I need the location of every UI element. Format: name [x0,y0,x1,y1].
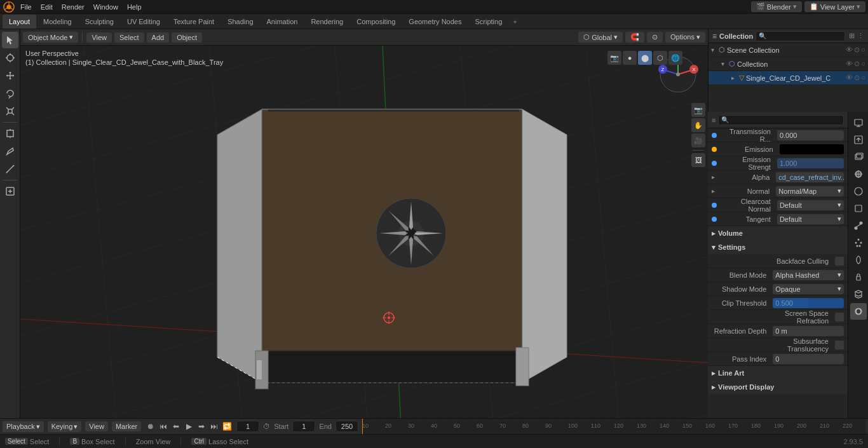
output-prop-btn[interactable] [850,132,867,148]
move-tool-btn[interactable] [2,67,18,84]
outliner-filter-btn[interactable]: ⊞ [849,32,855,40]
volume-section-header[interactable]: ▸ Volume [708,226,848,240]
snap-options[interactable]: 🧲 [625,32,644,43]
viewport-display-section-header[interactable]: ▸ Viewport Display [708,380,848,394]
viewport-rendered-mode[interactable]: 🌐 [668,51,682,65]
viewport-render-icon[interactable]: 🖼 [691,153,705,167]
transmission-value[interactable]: 0.000 [777,130,844,140]
end-frame-input[interactable] [336,421,358,432]
emission-color-swatch[interactable] [780,144,844,154]
mesh-vis[interactable]: 👁 [846,74,853,82]
tab-sculpting[interactable]: Sculpting [79,15,120,29]
screen-space-refraction-checkbox[interactable] [835,313,844,322]
global-transform-selector[interactable]: ⬡ Global ▾ [578,32,623,43]
scene-collection-vis[interactable]: 👁 [846,46,853,54]
mesh-select[interactable]: ⊙ [854,74,860,82]
pass-index-value[interactable]: 0 [773,354,844,364]
refraction-depth-value[interactable]: 0 m [773,326,844,336]
constraints-prop-btn[interactable] [850,269,867,285]
modifier-prop-btn[interactable] [850,217,867,234]
outliner-row-scene-collection[interactable]: ▾ ⬡ Scene Collection 👁 ⊙ ○ [709,43,868,57]
current-frame-input[interactable] [236,421,259,432]
annotate-tool-btn[interactable] [2,143,18,160]
prop-search-input[interactable] [718,115,844,125]
outliner-search-input[interactable] [756,31,845,41]
frame-clock[interactable]: ⏱ [263,423,270,430]
prop-menu-icon[interactable]: ≡ [712,116,715,124]
world-prop-btn[interactable] [850,183,867,200]
timeline-scrubber[interactable]: 10 20 30 40 50 60 70 80 90 100 110 120 1… [362,419,865,434]
vp-view-menu[interactable]: View [86,32,112,43]
data-prop-btn[interactable] [850,286,867,302]
viewport-material-mode[interactable]: ⬡ [653,51,667,65]
object-prop-btn[interactable] [850,200,867,217]
backface-culling-checkbox[interactable] [835,257,844,266]
viewport-hand-tool[interactable]: ✋ [691,118,705,132]
outliner-row-mesh-object[interactable]: ▸ ▽ Single_Clear_CD_Jewel_C 👁 ⊙ ○ [709,71,868,85]
viewport-render-mode[interactable]: ● [623,51,637,65]
alpha-value[interactable]: cd_case_refract_inv... [776,172,844,182]
clearcoat-normal-dropdown[interactable]: Default ▾ [777,200,844,210]
viewport-camera-icon[interactable]: 🎥 [691,133,705,147]
proportional-edit[interactable]: ⊙ [647,32,663,43]
cursor-tool-btn[interactable] [2,50,18,66]
start-frame-input[interactable] [292,421,315,432]
menu-help[interactable]: Help [123,2,146,12]
material-prop-btn[interactable] [850,303,867,320]
blender-logo[interactable] [3,1,15,13]
menu-render[interactable]: Render [58,2,88,12]
scene-prop-btn[interactable] [850,166,867,182]
viewport-solid-mode[interactable]: ⬤ [638,51,652,65]
clip-threshold-value[interactable]: 0.500 [773,298,844,308]
render-prop-btn[interactable] [850,114,867,131]
menu-file[interactable]: File [17,2,36,12]
vp-add-menu[interactable]: Add [147,32,170,43]
tab-animation[interactable]: Animation [261,15,304,29]
timeline-record-btn[interactable]: ⏺ [145,421,156,432]
add-workspace-button[interactable]: + [509,16,520,27]
transform-tool-btn[interactable] [2,125,18,142]
menu-window[interactable]: Window [90,2,122,12]
scene-collection-select[interactable]: ⊙ [854,46,860,54]
mesh-render[interactable]: ○ [861,74,865,82]
object-mode-selector[interactable]: Object Mode ▾ [23,32,78,43]
measure-tool-btn[interactable] [2,161,18,177]
tab-modeling[interactable]: Modeling [37,15,78,29]
physics-prop-btn[interactable] [850,252,867,268]
timeline-next-frame-btn[interactable]: ➡ [196,421,207,432]
subsurface-translucency-checkbox[interactable] [835,341,844,350]
collection-select[interactable]: ⊙ [854,60,860,68]
view-layer-selector[interactable]: 📋 View Layer ▾ [804,1,865,12]
viewport-camera-btn[interactable]: 📷 [607,51,621,65]
tab-geometry-nodes[interactable]: Geometry Nodes [402,15,468,29]
shadow-mode-dropdown[interactable]: Opaque ▾ [773,284,844,294]
timeline-prev-frame-btn[interactable]: ⬅ [170,421,182,432]
blend-mode-dropdown[interactable]: Alpha Hashed ▾ [773,270,844,280]
tab-texture-paint[interactable]: Texture Paint [167,15,220,29]
timeline-play-btn[interactable]: ▶ [183,421,194,432]
select-tool-btn[interactable] [2,32,18,48]
marker-menu[interactable]: Marker [112,421,141,431]
timeline-jump-end-btn[interactable]: ⏭ [208,421,220,432]
tab-shading[interactable]: Shading [221,15,259,29]
outliner-sort-btn[interactable]: ⋮ [857,32,864,40]
add-object-btn[interactable] [2,183,18,200]
options-btn[interactable]: Options ▾ [665,32,705,43]
settings-section-header[interactable]: ▾ Settings [708,240,848,254]
menu-edit[interactable]: Edit [37,2,57,12]
tab-uv-editing[interactable]: UV Editing [121,15,166,29]
rotate-tool-btn[interactable] [2,85,18,102]
vp-object-menu[interactable]: Object [172,32,202,43]
tab-rendering[interactable]: Rendering [304,15,349,29]
view-layer-prop-btn[interactable] [850,149,867,165]
vp-select-menu[interactable]: Select [114,32,144,43]
normal-dropdown[interactable]: Normal/Map ▾ [776,186,844,196]
collection-vis[interactable]: 👁 [846,60,853,68]
tangent-dropdown[interactable]: Default ▾ [777,214,844,224]
viewport-zoom-camera[interactable]: 📷 [691,103,705,117]
collection-render[interactable]: ○ [861,60,865,68]
scale-tool-btn[interactable] [2,103,18,119]
alpha-expand[interactable]: ▸ [712,173,715,180]
particles-prop-btn[interactable] [850,234,867,251]
tab-compositing[interactable]: Compositing [350,15,402,29]
